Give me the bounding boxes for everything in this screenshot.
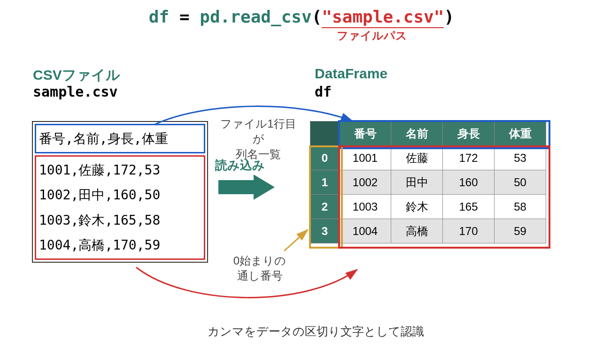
df-cell: 田中 xyxy=(391,170,443,195)
csv-header-line: 番号,名前,身長,体重 xyxy=(39,126,201,151)
df-cell: 172 xyxy=(443,146,495,170)
df-cell: 160 xyxy=(443,170,495,195)
df-col-header: 身長 xyxy=(443,121,495,146)
df-cell: 53 xyxy=(495,146,546,170)
df-row: 1 1002 田中 160 50 xyxy=(310,170,546,195)
df-cell: 1004 xyxy=(340,219,391,243)
df-index: 1 xyxy=(310,170,340,195)
df-row: 3 1004 高橋 170 59 xyxy=(310,219,546,243)
csv-row: 1001,佐藤,172,53 xyxy=(39,158,201,182)
df-index: 2 xyxy=(310,195,340,219)
df-cell: 59 xyxy=(495,219,546,243)
df-cell: 50 xyxy=(495,170,546,195)
csv-section-title: CSVファイル xyxy=(33,66,120,85)
code-arg: "sample.csv" xyxy=(322,7,444,26)
df-index: 0 xyxy=(310,146,340,170)
csv-row: 1003,鈴木,165,58 xyxy=(39,208,201,233)
df-cell: 佐藤 xyxy=(391,146,443,170)
df-col-header: 名前 xyxy=(391,121,443,146)
df-cell: 1002 xyxy=(340,170,391,195)
dataframe-table: 番号 名前 身長 体重 0 1001 佐藤 172 53 1 1002 田中 1… xyxy=(310,121,546,243)
df-index: 3 xyxy=(310,219,340,243)
code-lparen: ( xyxy=(312,7,322,26)
code-fn: read_csv xyxy=(230,7,311,26)
csv-filename: sample.csv xyxy=(33,83,118,100)
csv-row: 1002,田中,160,50 xyxy=(39,182,201,207)
code-line: df = pd.read_csv("sample.csv") xyxy=(0,7,603,26)
df-col-header: 体重 xyxy=(495,121,546,146)
df-row: 2 1003 鈴木 165 58 xyxy=(310,195,546,219)
df-cell: 高橋 xyxy=(391,219,443,243)
csv-file-box: 番号,名前,身長,体重 1001,佐藤,172,53 1002,田中,160,5… xyxy=(32,121,208,263)
annotation-zero-based-index: 0始まりの通し番号 xyxy=(224,253,295,284)
code-var: df xyxy=(149,7,169,26)
annotation-comma-delimiter: カンマをデータの区切り文字として認識 xyxy=(0,324,603,339)
df-cell: 170 xyxy=(443,219,495,243)
diagram-canvas: df = pd.read_csv("sample.csv") ファイルパス CS… xyxy=(0,0,603,364)
df-cell: 鈴木 xyxy=(391,195,443,219)
big-arrow-icon xyxy=(218,174,275,200)
df-cell: 58 xyxy=(495,195,546,219)
filepath-label: ファイルパス xyxy=(0,28,603,43)
svg-marker-0 xyxy=(218,174,275,200)
df-corner xyxy=(310,121,340,146)
csv-data-box: 1001,佐藤,172,53 1002,田中,160,50 1003,鈴木,16… xyxy=(35,155,205,260)
annotation-load: 読み込み xyxy=(215,157,265,174)
df-row: 0 1001 佐藤 172 53 xyxy=(310,146,546,170)
annotation-first-line-is-header: ファイル1行目が列名一覧 xyxy=(216,116,301,162)
code-dot: . xyxy=(220,7,231,26)
df-cell: 1001 xyxy=(340,146,391,170)
code-eq: = xyxy=(169,7,200,26)
df-varname: df xyxy=(315,83,332,100)
df-cell: 165 xyxy=(443,195,495,219)
df-section-title: DataFrame xyxy=(315,66,387,82)
df-col-header: 番号 xyxy=(340,121,391,146)
code-module: pd xyxy=(200,7,220,26)
csv-header-line-box: 番号,名前,身長,体重 xyxy=(35,124,205,153)
csv-row: 1004,高橋,170,59 xyxy=(39,233,201,258)
code-rparen: ) xyxy=(444,7,454,26)
df-cell: 1003 xyxy=(340,195,391,219)
